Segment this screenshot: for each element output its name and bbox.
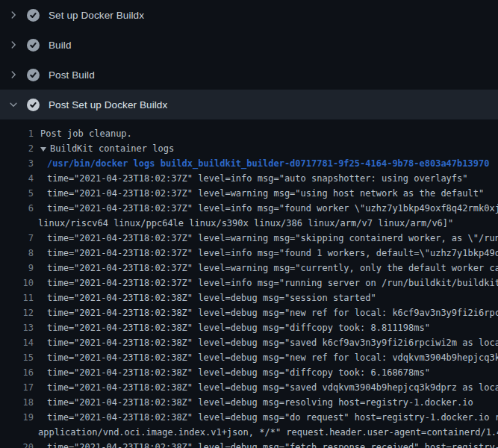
log-line-number[interactable]: 14 [0, 335, 34, 350]
log-line-number[interactable]: 16 [0, 365, 34, 380]
log-text: time="2021-04-23T18:02:37Z" level=warnin… [47, 186, 484, 201]
check-circle-icon [27, 39, 40, 52]
log-text: time="2021-04-23T18:02:38Z" level=debug … [47, 320, 430, 335]
log-line-number[interactable]: 9 [0, 261, 34, 276]
log-text: time="2021-04-23T18:02:37Z" level=info m… [47, 201, 498, 216]
log-line: 10time="2021-04-23T18:02:37Z" level=info… [0, 276, 498, 290]
log-text: application/vnd.oci.image.index.v1+json,… [38, 425, 498, 440]
check-circle-icon [27, 69, 40, 81]
log-text: time="2021-04-23T18:02:37Z" level=warnin… [47, 261, 498, 276]
step-label: Build [49, 40, 72, 51]
log-text: time="2021-04-23T18:02:38Z" level=debug … [47, 440, 498, 448]
log-line-number[interactable]: 18 [0, 395, 34, 410]
log-line-number[interactable]: 8 [0, 246, 34, 261]
log-text: time="2021-04-23T18:02:37Z" level=warnin… [47, 231, 498, 246]
log-line: 18time="2021-04-23T18:02:38Z" level=debu… [0, 395, 498, 410]
log-line-number[interactable]: 12 [0, 305, 34, 320]
log-line-number[interactable]: 1 [0, 126, 34, 141]
log-line-number[interactable]: 3 [0, 156, 34, 171]
log-text: Post job cleanup. [40, 126, 132, 141]
log-line-number[interactable]: 2 [0, 141, 34, 156]
log-line: 8time="2021-04-23T18:02:37Z" level=info … [0, 246, 498, 261]
log-text: time="2021-04-23T18:02:38Z" level=debug … [47, 365, 430, 380]
check-circle-icon [27, 9, 40, 22]
steps-list: Set up Docker BuildxBuildPost BuildPost … [0, 0, 498, 119]
log-group-title[interactable]: BuildKit container logs [50, 141, 174, 156]
log-line: 20time="2021-04-23T18:02:38Z" level=debu… [0, 440, 498, 448]
log-line: 15time="2021-04-23T18:02:38Z" level=debu… [0, 350, 498, 365]
log-line: 13time="2021-04-23T18:02:38Z" level=debu… [0, 320, 498, 335]
chevron-down-icon[interactable] [8, 99, 19, 110]
workflow-log-panel: Set up Docker BuildxBuildPost BuildPost … [0, 0, 498, 448]
log-text: time="2021-04-23T18:02:38Z" level=debug … [47, 335, 498, 350]
log-line: 11time="2021-04-23T18:02:38Z" level=debu… [0, 290, 498, 305]
log-container: 1Post job cleanup.2BuildKit container lo… [0, 119, 498, 448]
log-line-number[interactable]: 10 [0, 276, 34, 290]
log-text: time="2021-04-23T18:02:38Z" level=debug … [47, 290, 376, 305]
step-row-build[interactable]: Build [0, 30, 498, 60]
log-line: 1Post job cleanup. [0, 126, 498, 141]
log-line-number[interactable]: 7 [0, 231, 34, 246]
log-line: 19time="2021-04-23T18:02:38Z" level=debu… [0, 410, 498, 425]
log-text: time="2021-04-23T18:02:38Z" level=debug … [47, 305, 498, 320]
log-text: time="2021-04-23T18:02:38Z" level=debug … [47, 395, 473, 410]
step-row-post-set-up-docker-buildx[interactable]: Post Set up Docker Buildx [0, 90, 498, 119]
log-text: time="2021-04-23T18:02:37Z" level=info m… [47, 246, 498, 261]
log-line: 17time="2021-04-23T18:02:38Z" level=debu… [0, 380, 498, 395]
log-line-number[interactable]: 11 [0, 290, 34, 305]
log-line: 6time="2021-04-23T18:02:37Z" level=info … [0, 201, 498, 216]
log-line: 2BuildKit container logs [0, 141, 498, 156]
step-label: Post Build [49, 69, 95, 81]
chevron-right-icon[interactable] [8, 40, 19, 50]
log-line: 5time="2021-04-23T18:02:37Z" level=warni… [0, 186, 498, 201]
log-line-number[interactable]: 19 [0, 410, 34, 425]
check-circle-icon [27, 99, 40, 111]
step-row-post-build[interactable]: Post Build [0, 60, 498, 90]
log-line: 16time="2021-04-23T18:02:38Z" level=debu… [0, 365, 498, 380]
log-line: 12time="2021-04-23T18:02:38Z" level=debu… [0, 305, 498, 320]
chevron-right-icon[interactable] [8, 69, 19, 80]
log-text: time="2021-04-23T18:02:38Z" level=debug … [47, 380, 498, 395]
log-line: 14time="2021-04-23T18:02:38Z" level=debu… [0, 335, 498, 350]
step-label: Post Set up Docker Buildx [49, 99, 167, 111]
log-line: 3/usr/bin/docker logs buildx_buildkit_bu… [0, 156, 498, 171]
log-line-number[interactable]: 6 [0, 201, 34, 216]
log-text: time="2021-04-23T18:02:37Z" level=info m… [47, 276, 498, 290]
log-line: 7time="2021-04-23T18:02:37Z" level=warni… [0, 231, 498, 246]
log-command-text: /usr/bin/docker logs buildx_buildkit_bui… [47, 156, 489, 171]
log-line-number[interactable]: 15 [0, 350, 34, 365]
log-text: time="2021-04-23T18:02:38Z" level=debug … [47, 410, 498, 425]
log-line: application/vnd.oci.image.index.v1+json,… [0, 425, 498, 440]
group-expander-triangle-icon[interactable] [40, 147, 46, 152]
log-text: time="2021-04-23T18:02:37Z" level=info m… [47, 171, 468, 186]
log-line-number[interactable]: 20 [0, 440, 34, 448]
log-line: linux/riscv64 linux/ppc64le linux/s390x … [0, 216, 498, 231]
step-row-set-up-docker-buildx[interactable]: Set up Docker Buildx [0, 0, 498, 30]
log-line-number[interactable]: 17 [0, 380, 34, 395]
log-text: linux/riscv64 linux/ppc64le linux/s390x … [38, 216, 453, 231]
log-line-number[interactable]: 4 [0, 171, 34, 186]
log-text: time="2021-04-23T18:02:38Z" level=debug … [47, 350, 498, 365]
log-line: 9time="2021-04-23T18:02:37Z" level=warni… [0, 261, 498, 276]
log-line-number[interactable]: 5 [0, 186, 34, 201]
log-line-number[interactable]: 13 [0, 320, 34, 335]
log-line: 4time="2021-04-23T18:02:37Z" level=info … [0, 171, 498, 186]
step-label: Set up Docker Buildx [49, 10, 144, 21]
chevron-right-icon[interactable] [8, 10, 19, 20]
